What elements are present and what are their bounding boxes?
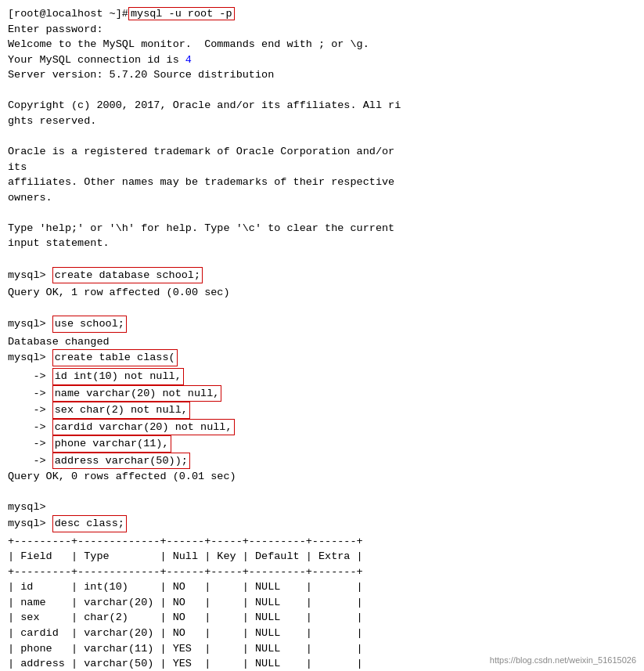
table-border-top: +---------+-------------+------+-----+--… (8, 534, 636, 550)
cmd1-command: create database school; (52, 267, 203, 284)
terminal-window: [root@localhost ~]#mysql -u root -p Ente… (8, 6, 636, 671)
cmd3-l4: -> sex char(2) not null, (8, 402, 636, 419)
copyright2: ghts reserved. (8, 114, 636, 129)
server-version: Server version: 5.7.20 Source distributi… (8, 67, 636, 83)
table-row-cardid: | cardid | varchar(20) | NO | | NULL | | (8, 626, 636, 641)
cmd1-result: Query OK, 1 row affected (0.00 sec) (8, 285, 636, 301)
cmd4-line: mysql> desc class; (8, 515, 636, 532)
cmd3-result: Query OK, 0 rows affected (0.01 sec) (8, 469, 636, 485)
cmd3-command: create table class( (52, 349, 178, 366)
table-row-sex: | sex | char(2) | NO | | NULL | | (8, 610, 636, 626)
cmd3-l6: -> phone varchar(11), (8, 435, 636, 453)
help2: input statement. (8, 236, 636, 251)
oracle2: its (8, 160, 636, 175)
welcome-line: Welcome to the MySQL monitor. Commands e… (8, 37, 636, 52)
root-prompt: [root@localhost ~]# (8, 8, 128, 20)
table-border-mid: +---------+-------------+------+-----+--… (8, 565, 636, 580)
cmd3-prompt: mysql> (8, 352, 52, 363)
cmd2-command: use school; (52, 316, 127, 333)
cmd3-l5: -> cardid varchar(20) not null, (8, 419, 636, 436)
root-command: mysql -u root -p (128, 7, 235, 20)
cmd4-command: desc class; (52, 515, 127, 532)
cmd2-result: Database changed (8, 334, 636, 350)
empty-prompt: mysql> (8, 501, 52, 513)
empty-prompt-line: mysql> (8, 500, 636, 515)
oracle3: affiliates. Other names may be trademark… (8, 175, 636, 190)
enter-password: Enter password: (8, 22, 636, 38)
oracle4: owners. (8, 190, 636, 206)
cmd4-prompt: mysql> (8, 518, 52, 529)
cmd3-l2: -> id int(10) not null, (8, 368, 636, 385)
watermark: https://blog.csdn.net/weixin_51615026 (490, 655, 636, 665)
help1: Type 'help;' or '\h' for help. Type '\c'… (8, 221, 636, 236)
root-login-line: [root@localhost ~]#mysql -u root -p (8, 6, 636, 22)
cmd2-prompt: mysql> (8, 318, 52, 330)
cmd3-l7: -> address varchar(50)); (8, 453, 636, 470)
copyright1: Copyright (c) 2000, 2017, Oracle and/or … (8, 98, 636, 114)
cmd1-line: mysql> create database school; (8, 267, 636, 284)
cmd1-prompt: mysql> (8, 269, 52, 281)
cmd3-line: mysql> create table class( (8, 349, 636, 366)
table-row-phone: | phone | varchar(11) | YES | | NULL | | (8, 641, 636, 657)
cmd3-l3: -> name varchar(20) not null, (8, 385, 636, 402)
table-row-id: | id | int(10) | NO | | NULL | | (8, 579, 636, 595)
connection-id: 4 (185, 54, 192, 66)
connection-id-line: Your MySQL connection id is 4 (8, 52, 636, 68)
cmd2-line: mysql> use school; (8, 316, 636, 333)
table-row-name: | name | varchar(20) | NO | | NULL | | (8, 595, 636, 611)
oracle1: Oracle is a registered trademark of Orac… (8, 144, 636, 160)
table-header: | Field | Type | Null | Key | Default | … (8, 549, 636, 565)
